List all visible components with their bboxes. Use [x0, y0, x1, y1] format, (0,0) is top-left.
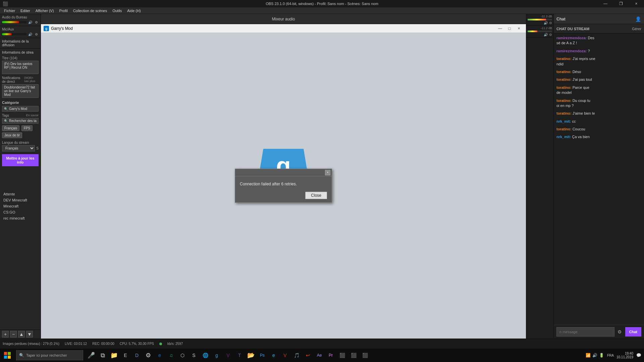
menu-afficher[interactable]: Afficher (V) — [33, 8, 57, 13]
taskbar-ae[interactable]: Ae — [314, 349, 325, 362]
taskbar-file-explorer[interactable]: 📁 — [109, 349, 119, 362]
tag-francais[interactable]: Français — [2, 125, 19, 131]
stream-info-sublabel: Informations de strea — [2, 51, 39, 54]
title-input[interactable]: (Fr) Dev los santos RP | Recrut ON — [2, 61, 39, 74]
update-button[interactable]: Mettre à jour les info — [2, 154, 39, 166]
game-window-restore[interactable]: □ — [505, 25, 514, 32]
scene-item-csgo[interactable]: CS:GO — [2, 209, 39, 215]
mic-speaker-icon[interactable]: 🔊 — [28, 32, 33, 37]
scene-up-button[interactable]: ▲ — [18, 331, 25, 338]
chat-msg-6: toratino: Du coup tuoi en mp ? — [556, 98, 641, 109]
taskbar-edge[interactable]: e — [154, 349, 165, 362]
menu-editer[interactable]: Editer — [18, 8, 33, 13]
chat-user-icon[interactable]: 👤 — [635, 16, 641, 22]
game-window-minimize[interactable]: — — [496, 25, 504, 32]
tray-volume[interactable]: 🔊 — [592, 353, 598, 358]
chat-username-4: toratino: — [556, 77, 572, 81]
taskbar-gmod[interactable]: g — [211, 349, 222, 362]
category-search-value: Garry's Mod — [9, 107, 27, 111]
bureau-speaker-icon[interactable]: 🔊 — [28, 20, 33, 24]
tag-jeux[interactable]: Jeux de tir — [2, 132, 22, 138]
menu-outils[interactable]: Outils — [110, 8, 124, 13]
taskbar-app7[interactable]: ⬛ — [360, 349, 370, 362]
scene-item-attente[interactable]: Attente — [2, 191, 39, 197]
audio-bureau-label: Audio du Bureau — [2, 15, 39, 19]
tag-fps[interactable]: FPS — [21, 125, 33, 131]
taskbar-app6[interactable]: ⬛ — [348, 349, 359, 362]
taskbar-app5[interactable]: ⬛ — [337, 349, 347, 362]
taskbar-ie[interactable]: e — [268, 349, 279, 362]
tray-lang: FRA — [607, 354, 614, 357]
tags-search-placeholder: Rechercher des ta — [9, 119, 37, 123]
mic-settings-icon[interactable]: ⚙ — [34, 32, 39, 37]
taskbar-chrome[interactable]: 🌐 — [200, 349, 211, 362]
mic-meter-speaker[interactable]: 🔊 — [544, 33, 548, 37]
chat-settings-icon[interactable]: ⚙ — [616, 328, 623, 335]
taskbar-discord[interactable]: D — [131, 349, 142, 362]
taskbar-cortana[interactable]: 🎤 — [86, 349, 97, 362]
taskbar-explorer2[interactable]: 📂 — [246, 349, 256, 362]
scene-item-minecraft[interactable]: Minecraft — [2, 203, 39, 209]
dialog-close-button[interactable]: Close — [305, 192, 327, 199]
mic-meter-gear[interactable]: ⚙ — [549, 33, 552, 37]
chat-text-9: Coucou — [573, 127, 585, 131]
lang-select[interactable]: Français — [2, 145, 35, 152]
bureau-meter-gear[interactable]: ⚙ — [549, 21, 552, 25]
scene-down-button[interactable]: ▼ — [26, 331, 33, 338]
taskbar-epic[interactable]: E — [120, 349, 131, 362]
taskbar-premiere[interactable]: Pr — [325, 349, 336, 362]
left-panel: Audio du Bureau 🔊 ⚙ Mic/Aux 🔊 ⚙ Info — [0, 14, 41, 339]
chat-send-button[interactable]: Chat — [625, 327, 641, 337]
chat-input[interactable] — [556, 327, 614, 337]
meter-bureau: -32.3 dB 🔊 ⚙ — [526, 14, 553, 26]
meter-bureau-label: -32.3 dB — [528, 15, 552, 18]
tray-battery[interactable]: 🔋 — [599, 353, 604, 358]
tray-action-center[interactable]: 💬 — [636, 353, 641, 358]
tags-row: Tags En savoir — [2, 114, 39, 117]
menu-profil[interactable]: Profil — [57, 8, 70, 13]
menu-aide[interactable]: Aide (H) — [124, 8, 143, 13]
close-button[interactable]: × — [629, 0, 644, 7]
status-cpu: CPU: 5.7%, 30.00 FPS — [120, 342, 154, 346]
scene-add-button[interactable]: + — [2, 331, 9, 338]
scene-list: Attente DEV Minecraft Minecraft CS:GO re… — [0, 190, 41, 329]
taskbar-spotify[interactable]: ♫ — [166, 349, 176, 362]
bureau-meter-speaker[interactable]: 🔊 — [544, 21, 548, 25]
taskbar-photoshop[interactable]: Ps — [257, 349, 268, 362]
scene-item-dev-minecraft[interactable]: DEV Minecraft — [2, 197, 39, 203]
svg-rect-4 — [4, 356, 7, 359]
dialog-close-icon[interactable]: × — [325, 170, 330, 175]
menu-fichier[interactable]: Fichier — [1, 8, 18, 13]
taskbar-steam[interactable]: S — [189, 349, 199, 362]
scene-item-rec-minecraft[interactable]: rec minecraft — [2, 215, 39, 221]
tray-date: 10.11.2019 — [616, 355, 633, 359]
taskbar-app4[interactable]: ↩ — [303, 349, 313, 362]
tags-search[interactable]: 🔍 Rechercher des ta — [2, 118, 39, 124]
taskbar-app3[interactable]: 🎵 — [291, 349, 302, 362]
meter-mic-icons: 🔊 ⚙ — [528, 33, 552, 37]
category-search[interactable]: 🔍 Garry's Mod — [2, 106, 39, 112]
taskbar-vs[interactable]: V — [223, 349, 233, 362]
scene-remove-button[interactable]: − — [10, 331, 17, 338]
taskbar-settings[interactable]: ⚙ — [143, 349, 154, 362]
windows-icon — [4, 352, 11, 359]
taskbar-task-view[interactable]: ⧉ — [97, 349, 108, 362]
chat-manage-button[interactable]: Gérer — [632, 27, 641, 31]
minimize-button[interactable]: — — [598, 0, 613, 7]
taskbar-app2[interactable]: V — [280, 349, 290, 362]
taskbar-search-text: Taper ici pour rechercher — [26, 353, 67, 357]
bureau-volume-bar[interactable] — [2, 21, 26, 23]
restore-button[interactable]: ❐ — [613, 0, 629, 7]
tray-time: 19:40 10.11.2019 — [616, 352, 633, 359]
dialog-content: Connection failed after 6 retries. Close — [235, 176, 332, 202]
start-button[interactable] — [0, 349, 15, 362]
game-window-close[interactable]: × — [515, 25, 523, 32]
taskbar-teams[interactable]: T — [234, 349, 245, 362]
menu-collection[interactable]: Collection de scènes — [70, 8, 110, 13]
taskbar-search[interactable]: 🔍 Taper ici pour rechercher — [16, 350, 83, 360]
meter-bureau-bar — [528, 19, 552, 20]
tray-network[interactable]: 📶 — [586, 353, 591, 358]
mic-volume-bar[interactable] — [2, 33, 26, 35]
taskbar-app1[interactable]: ⬡ — [177, 349, 188, 362]
bureau-settings-icon[interactable]: ⚙ — [34, 20, 39, 24]
